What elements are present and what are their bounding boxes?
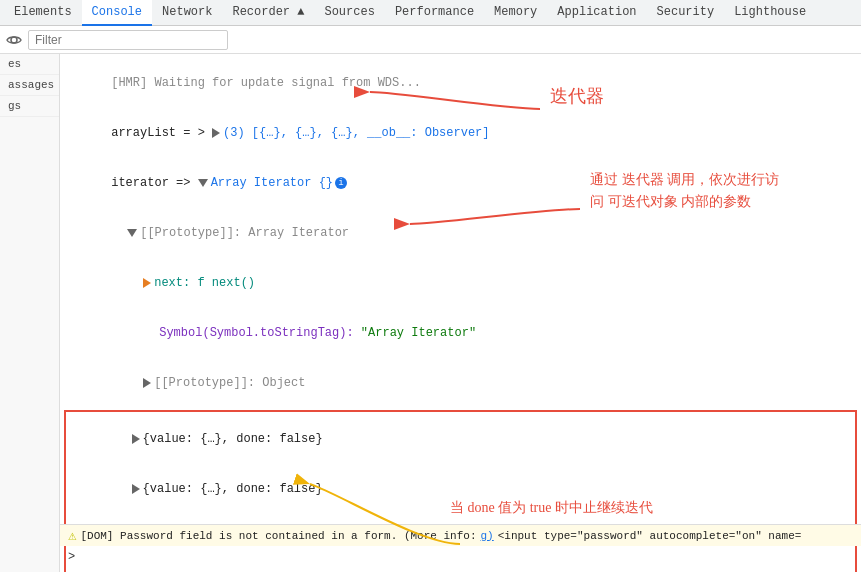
warning-text: [DOM] Password field is not contained in… <box>80 530 476 542</box>
console-line: done: false <box>66 564 855 572</box>
tab-performance[interactable]: Performance <box>385 0 484 26</box>
main-layout: es assages gs [HMR] Waiting for update s… <box>0 54 861 572</box>
tab-security[interactable]: Security <box>647 0 725 26</box>
tab-lighthouse[interactable]: Lighthouse <box>724 0 816 26</box>
info-icon: i <box>335 177 347 189</box>
svg-point-0 <box>11 37 17 43</box>
tab-recorder[interactable]: Recorder ▲ <box>222 0 314 26</box>
tab-memory[interactable]: Memory <box>484 0 547 26</box>
console-line: Symbol(Symbol.toStringTag): "Array Itera… <box>60 308 861 358</box>
tab-application[interactable]: Application <box>547 0 646 26</box>
console-line: [HMR] Waiting for update signal from WDS… <box>60 58 861 108</box>
tab-sources[interactable]: Sources <box>314 0 384 26</box>
tab-network[interactable]: Network <box>152 0 222 26</box>
console-line: arrayList = > (3) [{…}, {…}, {…}, __ob__… <box>60 108 861 158</box>
console-output[interactable]: [HMR] Waiting for update signal from WDS… <box>60 54 861 572</box>
console-prompt: > <box>68 550 75 564</box>
console-line: [[Prototype]]: Array Iterator <box>60 208 861 258</box>
dom-warning-bar: ⚠ [DOM] Password field is not contained … <box>60 524 861 546</box>
tab-bar: Elements Console Network Recorder ▲ Sour… <box>0 0 861 26</box>
tab-console[interactable]: Console <box>82 0 152 26</box>
sidebar-item-gs[interactable]: gs <box>0 96 59 117</box>
console-line-iterator: iterator => Array Iterator {}i <box>60 158 861 208</box>
warning-link[interactable]: g) <box>481 530 494 542</box>
filter-input[interactable] <box>28 30 228 50</box>
console-line: {value: {…}, done: false} <box>66 464 855 514</box>
sidebar: es assages gs <box>0 54 60 572</box>
sidebar-item-es[interactable]: es <box>0 54 59 75</box>
warning-input: <input type="password" autocomplete="on"… <box>498 530 802 542</box>
sidebar-item-assages[interactable]: assages <box>0 75 59 96</box>
clear-console-button[interactable] <box>6 32 22 48</box>
tab-elements[interactable]: Elements <box>4 0 82 26</box>
console-line: [[Prototype]]: Object <box>60 358 861 408</box>
eye-icon <box>6 32 22 48</box>
console-line-next: next: f next() <box>60 258 861 308</box>
console-toolbar <box>0 26 861 54</box>
console-line: {value: {…}, done: false} <box>66 414 855 464</box>
red-outline-section: {value: {…}, done: false} {value: {…}, d… <box>64 410 857 572</box>
